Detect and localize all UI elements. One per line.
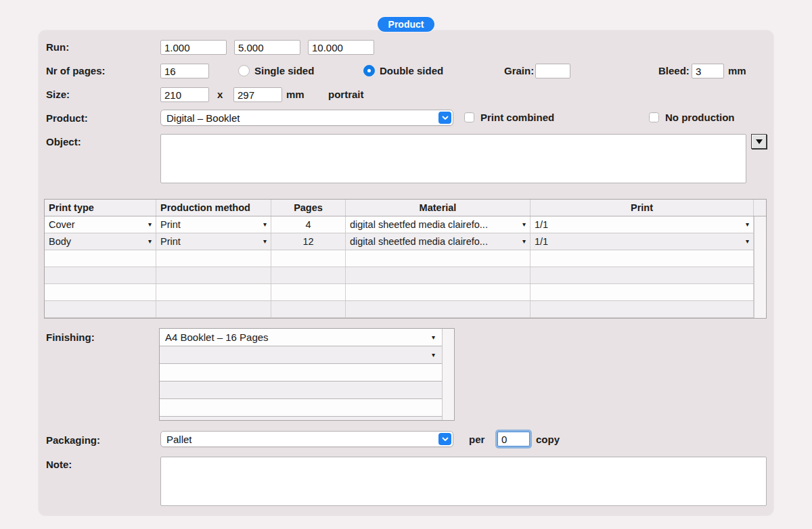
size-separator-label: x <box>217 89 223 100</box>
cell-value: 1/1 <box>535 219 548 230</box>
print-cell <box>531 284 754 300</box>
print-cell[interactable]: 1/1 <box>531 233 754 250</box>
size-height-input[interactable] <box>233 87 282 102</box>
product-dropdown-value: Digital – Booklet <box>166 112 240 124</box>
object-dropdown-button[interactable] <box>751 134 767 149</box>
table-row <box>45 267 754 284</box>
dropdown-arrow-icon <box>746 233 749 250</box>
print-type-cell[interactable]: Body <box>45 233 156 250</box>
column-header[interactable]: Pages <box>271 200 346 216</box>
orientation-label: portrait <box>328 89 364 100</box>
cell-value: 12 <box>302 236 313 247</box>
print-table-header: Print typeProduction methodPagesMaterial… <box>45 200 766 216</box>
print-type-cell <box>45 301 156 317</box>
column-header[interactable]: Production method <box>156 200 271 216</box>
size-width-input[interactable] <box>160 87 209 102</box>
pages-cell <box>271 267 346 283</box>
print-combined-checkbox[interactable] <box>464 112 474 122</box>
bleed-input[interactable] <box>692 64 724 78</box>
material-cell[interactable]: digital sheetfed media clairefo... <box>346 233 531 250</box>
table-row: CoverPrint4digital sheetfed media claire… <box>45 216 754 233</box>
note-label: Note: <box>46 459 72 470</box>
pages-cell <box>271 301 346 317</box>
print-cell <box>531 250 754 267</box>
nr-of-pages-input[interactable] <box>160 64 209 78</box>
print-type-cell <box>45 267 156 283</box>
tab-product[interactable]: Product <box>378 17 434 32</box>
product-form-page: { "tab": { "label": "Product" }, "colors… <box>0 0 812 529</box>
grain-input[interactable] <box>535 64 570 78</box>
packaging-dropdown-value: Pallet <box>166 434 192 445</box>
finishing-row[interactable] <box>160 364 442 382</box>
production-method-cell[interactable]: Print <box>156 216 271 233</box>
cell-value: Cover <box>49 219 75 230</box>
copy-label: copy <box>536 434 560 445</box>
single-sided-radio[interactable] <box>238 65 250 76</box>
object-label: Object: <box>46 136 81 147</box>
print-cell <box>531 267 754 283</box>
column-header-spacer <box>754 200 766 216</box>
product-dropdown[interactable]: Digital – Booklet <box>160 110 453 126</box>
pages-cell[interactable]: 12 <box>271 233 346 250</box>
print-combined-label: Print combined <box>480 112 554 123</box>
dropdown-arrow-icon <box>746 216 749 233</box>
column-header[interactable]: Print <box>531 200 754 216</box>
double-sided-radio[interactable] <box>363 65 375 76</box>
pages-cell <box>271 284 346 300</box>
print-parts-table: Print typeProduction methodPagesMaterial… <box>44 199 767 319</box>
note-textarea[interactable] <box>160 457 767 506</box>
per-copy-input[interactable] <box>497 432 530 446</box>
print-cell <box>531 301 754 317</box>
finishing-list: A4 Booklet – 16 Pages <box>159 328 455 421</box>
table-row <box>45 301 754 318</box>
packaging-label: Packaging: <box>46 434 100 446</box>
material-cell <box>346 284 531 300</box>
double-sided-label: Double sided <box>380 65 443 76</box>
finishing-scrollbar-track[interactable] <box>442 329 454 420</box>
table-row: BodyPrint12digital sheetfed media claire… <box>45 233 754 250</box>
cell-value: Print <box>160 236 181 247</box>
cell-value: digital sheetfed media clairefo... <box>350 219 488 230</box>
cell-value: digital sheetfed media clairefo... <box>350 236 488 247</box>
no-production-label: No production <box>665 112 734 123</box>
run-input-3[interactable] <box>308 40 374 55</box>
dropdown-arrow-icon <box>148 233 152 250</box>
finishing-rows: A4 Booklet – 16 Pages <box>160 329 454 417</box>
print-cell[interactable]: 1/1 <box>531 216 754 233</box>
print-type-cell <box>45 250 156 267</box>
nr-of-pages-label: Nr of pages: <box>46 65 106 76</box>
finishing-row[interactable] <box>160 382 442 399</box>
chevron-down-icon <box>438 112 451 124</box>
product-panel: Run: Nr of pages: Single sided Double si… <box>39 30 773 515</box>
finishing-row[interactable] <box>160 399 442 417</box>
per-label: per <box>469 434 484 445</box>
pages-cell <box>271 250 346 267</box>
dropdown-arrow-icon <box>263 233 267 250</box>
print-type-cell <box>45 284 156 300</box>
production-method-cell <box>156 284 271 300</box>
column-header[interactable]: Material <box>346 200 531 216</box>
dropdown-arrow-icon <box>432 346 435 363</box>
pages-cell[interactable]: 4 <box>271 216 346 233</box>
run-input-1[interactable] <box>160 40 227 55</box>
run-input-2[interactable] <box>234 40 300 55</box>
print-type-cell[interactable]: Cover <box>45 216 156 233</box>
column-header[interactable]: Print type <box>45 200 156 216</box>
material-cell <box>346 267 531 283</box>
finishing-row[interactable]: A4 Booklet – 16 Pages <box>160 329 442 346</box>
finishing-label: Finishing: <box>46 331 95 343</box>
cell-value: 1/1 <box>535 236 548 247</box>
material-cell[interactable]: digital sheetfed media clairefo... <box>346 216 531 233</box>
packaging-dropdown[interactable]: Pallet <box>160 431 453 447</box>
bleed-unit-label: mm <box>728 65 746 76</box>
table-scrollbar-track[interactable] <box>754 216 766 318</box>
size-unit-label: mm <box>286 89 304 100</box>
cell-value: Body <box>49 236 71 247</box>
material-cell <box>346 250 531 267</box>
print-table-body: CoverPrint4digital sheetfed media claire… <box>45 216 766 318</box>
finishing-row[interactable] <box>160 346 442 364</box>
object-textarea[interactable] <box>160 134 746 183</box>
no-production-checkbox[interactable] <box>649 112 659 122</box>
production-method-cell[interactable]: Print <box>156 233 271 250</box>
material-cell <box>346 301 531 317</box>
